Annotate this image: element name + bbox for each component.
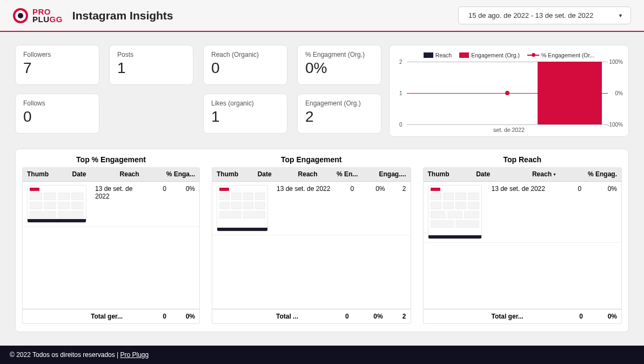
legend-engagement[interactable]: Engagement (Org.) xyxy=(459,52,520,58)
kpi-value: 7 xyxy=(23,59,91,77)
y2-tick: -100% xyxy=(607,122,623,128)
cell-date: 13 de set. de 2022 xyxy=(272,182,337,235)
thumbnail-icon xyxy=(27,185,86,223)
col-reach[interactable]: Reach xyxy=(102,167,144,182)
kpi-value: 0% xyxy=(305,59,373,77)
footer-text: © 2022 Todos os direitos reservados | xyxy=(10,351,120,359)
kpi-reach-organic: Reach (Organic) 0 xyxy=(203,45,287,85)
line-marker-icon xyxy=(527,55,539,56)
col-thumb[interactable]: Thumb xyxy=(23,167,68,182)
kpi-engagement-org: Engagement (Org.) 2 xyxy=(297,94,381,134)
col-reach[interactable]: Reach▼ xyxy=(508,167,561,182)
chart-plot[interactable]: 2 1 0 100% 0% -100% xyxy=(407,62,608,124)
totals-pct-eng: 0% xyxy=(171,309,199,324)
kpi-value: 0 xyxy=(23,108,91,125)
footer: © 2022 Todos os direitos reservados | Pr… xyxy=(0,346,644,364)
col-pct-eng[interactable]: % En... xyxy=(322,167,363,182)
cell-date: 13 de set. de 2022 xyxy=(487,182,562,243)
table-title: Top Reach xyxy=(423,154,622,167)
square-icon xyxy=(424,52,433,58)
header: PRO PLUGG Instagram Insights 15 de ago. … xyxy=(0,0,644,32)
date-range-value: 15 de ago. de 2022 - 13 de set. de 2022 xyxy=(468,11,593,19)
cell-reach: 0 xyxy=(562,182,586,243)
col-pct-eng[interactable]: % Enga... xyxy=(144,167,199,182)
col-date[interactable]: Date xyxy=(253,167,284,182)
col-date[interactable]: Date xyxy=(472,167,508,182)
kpi-value: 1 xyxy=(117,59,185,77)
kpi-label: Likes (organic) xyxy=(211,100,279,107)
y2-tick: 100% xyxy=(609,59,623,65)
kpi-label: Posts xyxy=(117,51,185,58)
chart-card: Reach Engagement (Org.) % Engagement (Or… xyxy=(389,45,629,137)
cell-pct-eng: 0% xyxy=(586,182,621,243)
totals-label: Total ger... xyxy=(86,309,151,324)
totals-pct-eng: 0% xyxy=(587,309,621,324)
table-totals: Total ger... 0 0% xyxy=(424,309,622,324)
thumbnail-icon xyxy=(217,185,268,231)
totals-eng: 2 xyxy=(387,309,411,324)
sort-desc-icon: ▼ xyxy=(553,173,556,176)
totals-reach: 0 xyxy=(151,309,171,324)
table-title: Top % Engagement xyxy=(22,154,200,167)
cell-date: 13 de set. de 2022 xyxy=(91,182,151,227)
col-thumb[interactable]: Thumb xyxy=(212,167,253,182)
kpi-grid: Followers 7 Posts 1 Reach (Organic) 0 % … xyxy=(15,45,381,134)
totals-label: Total ger... xyxy=(487,309,564,324)
cell-reach: 0 xyxy=(151,182,171,227)
date-range-picker[interactable]: 15 de ago. de 2022 - 13 de set. de 2022 … xyxy=(458,6,631,24)
table-top-reach: Thumb Date Reach▼ % Engag. 13 de set. de… xyxy=(423,167,622,324)
square-icon xyxy=(459,52,469,58)
kpi-label: Reach (Organic) xyxy=(211,51,279,58)
caret-down-icon: ▼ xyxy=(618,13,623,18)
table-top-engagement: Thumb Date Reach % En... Engag.... 13 de… xyxy=(212,167,411,324)
table-title: Top Engagement xyxy=(212,154,411,167)
x-tick: set. de 2022 xyxy=(397,127,621,133)
col-thumb[interactable]: Thumb xyxy=(424,167,472,182)
main: Followers 7 Posts 1 Reach (Organic) 0 % … xyxy=(0,32,644,346)
kpi-value: 2 xyxy=(305,108,373,125)
kpi-pct-engagement-org: % Engagment (Org.) 0% xyxy=(297,45,381,85)
table-row[interactable]: 13 de set. de 2022 0 0% 2 xyxy=(212,182,411,235)
legend-pct-engagement[interactable]: % Engagement (Or... xyxy=(527,52,594,58)
y-tick: 0 xyxy=(399,122,403,128)
logo-mark-icon xyxy=(13,8,28,23)
tables-row: Top % Engagement Thumb Date Reach % Enga… xyxy=(15,149,629,332)
cell-reach: 0 xyxy=(337,182,358,235)
col-eng[interactable]: Engag.... xyxy=(362,167,410,182)
table-top-pct-engagement: Thumb Date Reach % Enga... 13 de set. de… xyxy=(22,167,200,324)
logo[interactable]: PRO PLUGG xyxy=(13,8,63,23)
kpi-label: Follows xyxy=(23,100,91,107)
table-row[interactable]: 13 de set. de 2022 0 0% xyxy=(23,182,199,227)
kpi-posts: Posts 1 xyxy=(109,45,193,85)
page-title: Instagram Insights xyxy=(72,9,173,22)
col-pct-eng[interactable]: % Engag. xyxy=(561,167,621,182)
kpi-label: Followers xyxy=(23,51,91,58)
footer-link[interactable]: Pro Plugg xyxy=(120,351,149,359)
cell-pct-eng: 0% xyxy=(358,182,389,235)
col-reach[interactable]: Reach xyxy=(284,167,321,182)
kpi-value: 1 xyxy=(211,108,279,125)
kpi-followers: Followers 7 xyxy=(15,45,99,85)
thumbnail-icon xyxy=(428,185,482,239)
kpi-value: 0 xyxy=(211,59,279,77)
y-tick: 1 xyxy=(399,90,403,96)
cell-pct-eng: 0% xyxy=(171,182,199,227)
totals-pct-eng: 0% xyxy=(353,309,387,324)
logo-text: PRO PLUGG xyxy=(32,8,63,23)
table-totals: Total ... 0 0% 2 xyxy=(212,309,411,324)
chart-legend: Reach Engagement (Org.) % Engagement (Or… xyxy=(397,52,621,58)
y2-tick: 0% xyxy=(615,90,623,96)
kpi-label: Engagement (Org.) xyxy=(305,100,373,107)
totals-reach: 0 xyxy=(564,309,587,324)
table-row[interactable]: 13 de set. de 2022 0 0% xyxy=(424,182,622,243)
kpi-label: % Engagment (Org.) xyxy=(305,51,373,58)
kpi-follows: Follows 0 xyxy=(15,94,99,134)
legend-reach[interactable]: Reach xyxy=(424,52,452,58)
cell-eng: 2 xyxy=(390,182,411,235)
kpi-likes-organic: Likes (organic) 1 xyxy=(203,94,287,134)
totals-reach: 0 xyxy=(330,309,353,324)
totals-label: Total ... xyxy=(272,309,330,324)
y-tick: 2 xyxy=(399,59,403,65)
col-date[interactable]: Date xyxy=(68,167,102,182)
chart-point xyxy=(505,91,509,95)
